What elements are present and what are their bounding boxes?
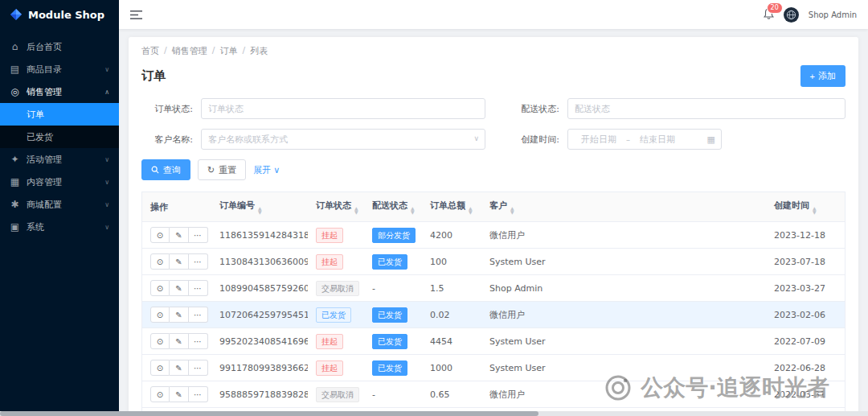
breadcrumb-separator: / xyxy=(212,45,215,57)
chevron-down-icon: ∨ xyxy=(104,156,109,163)
sidebar-subitem-2-1[interactable]: 已发货 xyxy=(0,126,119,148)
order-no-cell: 1186135914284318720 xyxy=(211,222,308,249)
column-header-5[interactable]: 客户▲▼ xyxy=(481,192,766,222)
order-status-input[interactable] xyxy=(201,98,485,119)
sort-desc-icon[interactable]: ▼ xyxy=(813,210,817,214)
column-header-label: 客户 xyxy=(489,200,507,211)
sidebar-item-2[interactable]: ◎销售管理∧ xyxy=(0,80,119,103)
edit-button[interactable]: ✎ xyxy=(170,360,189,376)
sidebar-item-6[interactable]: ▣系统∨ xyxy=(0,216,119,238)
sidebar-subitem-2-0[interactable]: 订单 xyxy=(0,103,119,126)
column-header-4[interactable]: 订单总额▲▼ xyxy=(422,192,481,222)
sort-icons[interactable]: ▲▼ xyxy=(354,206,358,214)
sort-icons[interactable]: ▲▼ xyxy=(411,206,415,214)
globe-icon xyxy=(786,10,796,20)
table-body: ⊙✎⋯1186135914284318720挂起部分发货4200微信用户2023… xyxy=(142,222,845,416)
order-no-cell: 995202340854169600 xyxy=(211,328,308,355)
edit-button[interactable]: ✎ xyxy=(170,307,189,323)
sort-desc-icon[interactable]: ▼ xyxy=(411,210,415,214)
sidebar-item-0[interactable]: ⌂后台首页 xyxy=(0,35,119,58)
date-range-separator: – xyxy=(626,135,630,144)
view-button[interactable]: ⊙ xyxy=(150,253,170,270)
view-button[interactable]: ⊙ xyxy=(150,333,170,349)
sort-icons[interactable]: ▲▼ xyxy=(813,206,817,214)
order-total-cell: 1000 xyxy=(422,355,481,381)
sidebar-item-4[interactable]: ▦内容管理∨ xyxy=(0,171,119,193)
column-header-0: 操作 xyxy=(142,192,211,222)
column-header-1[interactable]: 订单编号▲▼ xyxy=(211,192,308,222)
refresh-icon: ↻ xyxy=(207,165,215,175)
notifications-button[interactable]: 20 xyxy=(764,8,774,22)
customer-name-select[interactable] xyxy=(201,129,485,150)
edit-button[interactable]: ✎ xyxy=(170,280,189,296)
customer-cell: 微信用户 xyxy=(481,302,766,328)
more-button[interactable]: ⋯ xyxy=(189,386,208,402)
view-button[interactable]: ⊙ xyxy=(150,386,170,402)
more-button[interactable]: ⋯ xyxy=(189,280,208,296)
sort-icons[interactable]: ▲▼ xyxy=(510,206,514,214)
filter-row-1: 订单状态: 配送状态: xyxy=(141,98,845,119)
menu-fold-icon[interactable] xyxy=(130,10,142,20)
edit-button[interactable]: ✎ xyxy=(170,386,189,402)
breadcrumb-item-orders[interactable]: 订单 xyxy=(219,45,237,57)
user-name[interactable]: Shop Admin xyxy=(809,10,857,19)
sort-desc-icon[interactable]: ▼ xyxy=(258,210,262,214)
column-header-6[interactable]: 创建时间▲▼ xyxy=(766,192,845,222)
sidebar-item-1[interactable]: ▤商品目录∨ xyxy=(0,58,119,80)
created-time-cell: 2023-03-27 xyxy=(766,275,845,302)
sort-icons[interactable]: ▲▼ xyxy=(258,206,262,214)
expand-link[interactable]: 展开 ∨ xyxy=(253,164,280,176)
view-button[interactable]: ⊙ xyxy=(150,227,170,243)
sort-desc-icon[interactable]: ▼ xyxy=(354,210,358,214)
column-header-label: 订单状态 xyxy=(316,200,351,211)
actions-cell: ⊙✎⋯ xyxy=(142,302,211,328)
date-range-picker[interactable]: – ▦ xyxy=(567,129,722,150)
sidebar-item-5[interactable]: ✱商城配置∨ xyxy=(0,193,119,216)
sidebar-subitem-label: 订单 xyxy=(27,109,44,121)
order-total-cell: 0.65 xyxy=(422,381,481,408)
search-button[interactable]: 查询 xyxy=(141,159,190,180)
app-title: Module Shop xyxy=(28,9,104,21)
more-button[interactable]: ⋯ xyxy=(189,360,208,376)
sort-icons[interactable]: ▲▼ xyxy=(469,206,473,214)
more-button[interactable]: ⋯ xyxy=(189,333,208,349)
plus-icon: + xyxy=(810,72,815,81)
more-button[interactable]: ⋯ xyxy=(189,307,208,323)
sidebar-item-3[interactable]: ✦活动管理∨ xyxy=(0,148,119,171)
action-button-group: ⊙✎⋯ xyxy=(150,253,208,270)
start-date-input[interactable] xyxy=(574,134,624,144)
avatar[interactable] xyxy=(784,7,799,23)
app-logo[interactable]: Module Shop xyxy=(0,0,119,29)
view-button[interactable]: ⊙ xyxy=(150,307,170,323)
column-header-3[interactable]: 配送状态▲▼ xyxy=(364,192,422,222)
more-button[interactable]: ⋯ xyxy=(189,227,208,243)
edit-button[interactable]: ✎ xyxy=(170,333,189,349)
breadcrumb-item-list: 列表 xyxy=(250,45,268,57)
edit-button[interactable]: ✎ xyxy=(170,227,189,243)
order-status-cell: 已发货 xyxy=(308,302,364,328)
sort-desc-icon[interactable]: ▼ xyxy=(510,210,514,214)
sort-desc-icon[interactable]: ▼ xyxy=(469,210,473,214)
reset-button-label: 重置 xyxy=(219,164,236,176)
delivery-status-input[interactable] xyxy=(567,98,845,119)
column-header-2[interactable]: 订单状态▲▼ xyxy=(308,192,364,222)
created-time-cell: 2022-06-28 xyxy=(766,355,845,381)
filter-actions: 查询 ↻ 重置 展开 ∨ xyxy=(141,159,845,180)
horizontal-scrollbar-thumb[interactable] xyxy=(0,411,538,416)
view-button[interactable]: ⊙ xyxy=(150,280,170,296)
end-date-input[interactable] xyxy=(633,134,682,144)
page-title: 订单 xyxy=(141,68,166,84)
order-total-cell: 4454 xyxy=(422,328,481,355)
breadcrumb-item-home[interactable]: 首页 xyxy=(141,45,159,57)
add-button[interactable]: + 添加 xyxy=(800,65,845,87)
expand-link-label: 展开 xyxy=(253,164,271,176)
actions-cell: ⊙✎⋯ xyxy=(142,222,211,249)
horizontal-scrollbar[interactable] xyxy=(0,411,868,416)
breadcrumb-item-sales[interactable]: 销售管理 xyxy=(172,45,207,57)
more-button[interactable]: ⋯ xyxy=(189,253,208,270)
search-button-label: 查询 xyxy=(163,164,181,176)
edit-button[interactable]: ✎ xyxy=(170,253,189,270)
view-button[interactable]: ⊙ xyxy=(150,360,170,376)
order-total-cell: 0.02 xyxy=(422,302,481,328)
reset-button[interactable]: ↻ 重置 xyxy=(198,159,246,180)
